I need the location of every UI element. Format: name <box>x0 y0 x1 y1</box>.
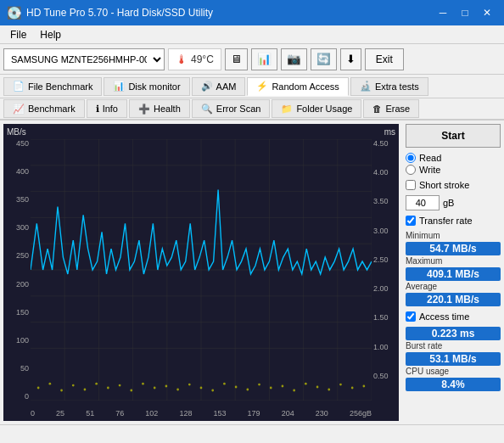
access-time-row: Access time <box>406 311 501 322</box>
tab-folder-usage[interactable]: 📁 Folder Usage <box>272 99 361 118</box>
cpu-label: CPU usage <box>406 367 501 376</box>
health-icon: ➕ <box>138 104 150 115</box>
svg-point-40 <box>270 387 272 390</box>
max-label: Maximum <box>406 256 501 266</box>
chart-svg <box>31 139 372 401</box>
radio-read-label[interactable]: Read <box>406 153 501 163</box>
tab-disk-monitor-label: Disk monitor <box>128 81 180 92</box>
svg-point-28 <box>130 390 132 392</box>
access-stats-group: 0.223 ms Burst rate 53.1 MB/s CPU usage … <box>406 327 501 391</box>
svg-point-34 <box>200 387 203 390</box>
title-bar-title: 💽 HD Tune Pro 5.70 - Hard Disk/SSD Utili… <box>7 6 213 20</box>
menu-help[interactable]: Help <box>33 27 68 42</box>
device-select[interactable]: SAMSUNG MZNTE256HMHP-000H1 (25| <box>3 48 165 70</box>
toolbar-btn-5[interactable]: ⬇ <box>340 48 361 70</box>
svg-point-24 <box>84 389 87 391</box>
max-value: 409.1 MB/s <box>406 267 501 281</box>
tab-disk-monitor[interactable]: 📊 Disk monitor <box>104 77 189 96</box>
spinbox-row: gB <box>406 195 501 210</box>
tab-aam[interactable]: 🔊 AAM <box>192 77 246 96</box>
tab-random-access-label: Random Access <box>272 81 339 92</box>
read-write-radio: Read Write <box>406 153 501 175</box>
burst-value: 53.1 MB/s <box>406 352 501 366</box>
tabs-row-1: 📄 File Benchmark 📊 Disk monitor 🔊 AAM ⚡ … <box>0 75 504 98</box>
tab-aam-label: AAM <box>216 81 237 92</box>
short-stroke-row: Short stroke <box>406 180 501 190</box>
temp-value: 49°C <box>191 53 214 65</box>
access-time-checkbox[interactable] <box>406 311 416 322</box>
tab-extra-tests-label: Extra tests <box>375 81 419 92</box>
cpu-value: 8.4% <box>406 378 501 391</box>
tab-file-benchmark[interactable]: 📄 File Benchmark <box>3 77 102 96</box>
tab-error-scan[interactable]: 🔍 Error Scan <box>192 99 271 118</box>
tab-folder-usage-label: Folder Usage <box>296 104 352 114</box>
info-icon: ℹ <box>96 104 99 115</box>
title-bar: 💽 HD Tune Pro 5.70 - Hard Disk/SSD Utili… <box>0 0 504 25</box>
transfer-rate-row: Transfer rate <box>406 216 501 226</box>
tab-error-scan-label: Error Scan <box>216 104 261 114</box>
svg-point-42 <box>293 390 295 392</box>
radio-read[interactable] <box>406 153 416 163</box>
tab-info-label: Info <box>103 104 118 114</box>
tab-erase[interactable]: 🗑 Erase <box>363 99 419 118</box>
tab-benchmark[interactable]: 📈 Benchmark <box>3 99 85 118</box>
chart-inner: MB/s ms 450 400 350 300 250 200 150 100 … <box>3 124 399 421</box>
svg-point-38 <box>246 389 249 391</box>
toolbar-btn-2[interactable]: 📊 <box>251 48 277 70</box>
radio-write-text: Write <box>419 165 440 175</box>
svg-point-27 <box>119 384 121 387</box>
burst-label: Burst rate <box>406 341 501 350</box>
min-label: Minimum <box>406 231 501 240</box>
transfer-rate-checkbox[interactable] <box>406 216 416 226</box>
temp-display: 🌡 49°C <box>168 48 221 70</box>
random-access-icon: ⚡ <box>256 81 268 92</box>
y-axis-right: 4.50 4.00 3.50 3.00 2.50 2.00 1.50 1.00 … <box>372 139 399 401</box>
radio-write[interactable] <box>406 165 416 175</box>
start-button[interactable]: Start <box>406 124 501 148</box>
radio-write-label[interactable]: Write <box>406 165 501 175</box>
title-bar-controls: ─ □ ✕ <box>433 4 497 21</box>
spinbox-input[interactable] <box>406 195 440 210</box>
access-time-check-label: Access time <box>419 311 469 322</box>
chart-area: MB/s ms 450 400 350 300 250 200 150 100 … <box>3 124 399 421</box>
menu-bar: File Help <box>0 25 504 44</box>
toolbar-btn-3[interactable]: 📷 <box>281 48 307 70</box>
stats-group: Minimum 54.7 MB/s Maximum 409.1 MB/s Ave… <box>406 231 501 306</box>
svg-point-32 <box>176 389 179 391</box>
spinbox-unit: gB <box>443 198 454 208</box>
tab-health[interactable]: ➕ Health <box>129 99 190 118</box>
aam-icon: 🔊 <box>201 81 213 92</box>
tab-random-access[interactable]: ⚡ Random Access <box>247 77 348 96</box>
tab-info[interactable]: ℹ Info <box>87 99 127 118</box>
short-stroke-checkbox[interactable] <box>406 180 416 190</box>
short-stroke-label: Short stroke <box>419 180 469 190</box>
menu-file[interactable]: File <box>3 27 33 42</box>
toolbar-btn-4[interactable]: 🔄 <box>311 48 337 70</box>
min-value: 54.7 MB/s <box>406 242 501 255</box>
tab-erase-label: Erase <box>385 104 410 114</box>
y-axis-left: 450 400 350 300 250 200 150 100 50 0 <box>3 139 31 401</box>
svg-point-35 <box>211 390 214 392</box>
main-content: MB/s ms 450 400 350 300 250 200 150 100 … <box>0 121 504 424</box>
svg-point-48 <box>362 385 365 388</box>
transfer-rate-label: Transfer rate <box>419 216 473 226</box>
svg-point-26 <box>107 387 109 390</box>
svg-point-31 <box>165 385 168 388</box>
svg-point-39 <box>258 384 260 386</box>
avg-label: Average <box>406 282 501 291</box>
minimize-button[interactable]: ─ <box>433 4 453 21</box>
svg-point-29 <box>142 383 144 385</box>
close-button[interactable]: ✕ <box>477 4 497 21</box>
maximize-button[interactable]: □ <box>455 4 475 21</box>
tab-benchmark-label: Benchmark <box>28 104 76 114</box>
chart-label-ms: ms <box>384 127 395 137</box>
toolbar-btn-1[interactable]: 🖥 <box>225 48 248 70</box>
tab-extra-tests[interactable]: 🔬 Extra tests <box>350 77 428 96</box>
exit-button[interactable]: Exit <box>365 48 404 70</box>
svg-point-47 <box>351 387 354 390</box>
tab-health-label: Health <box>154 104 181 114</box>
chart-label-mbs: MB/s <box>7 127 26 137</box>
svg-point-20 <box>37 387 40 390</box>
disk-monitor-icon: 📊 <box>113 81 125 92</box>
svg-point-41 <box>282 385 284 388</box>
